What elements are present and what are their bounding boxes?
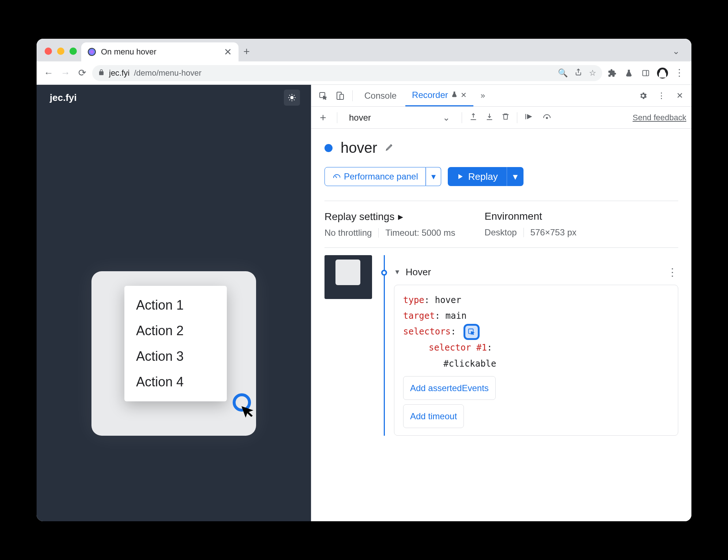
chrome-menu-button[interactable]: ⋮: [672, 66, 686, 80]
element-picker-button[interactable]: [464, 324, 480, 340]
avatar-icon: [657, 68, 668, 79]
devtools-menu-icon[interactable]: ⋮: [654, 88, 669, 103]
titlebar: On menu hover ✕ + ⌄: [37, 39, 691, 61]
recorder-body: hover Performance panel ▾: [311, 129, 691, 521]
close-devtools-icon[interactable]: ✕: [672, 88, 687, 103]
step-icon[interactable]: [525, 113, 534, 123]
close-tab-icon[interactable]: ✕: [461, 91, 467, 99]
tab-overflow-button[interactable]: ⌄: [672, 46, 687, 61]
performance-panel-dropdown[interactable]: ▾: [426, 167, 441, 186]
replay-button[interactable]: Replay: [448, 167, 507, 186]
beaker-icon: [451, 91, 458, 99]
settings-icon[interactable]: [636, 88, 650, 103]
export-icon[interactable]: [469, 113, 477, 123]
content: jec.fyi Hover over me! Action 1 Action 2…: [37, 85, 691, 521]
side-panel-icon[interactable]: [639, 66, 653, 80]
svg-marker-15: [528, 114, 532, 118]
selectors-key: selectors: [403, 326, 451, 337]
menu-item-3[interactable]: Action 3: [124, 344, 227, 369]
window-controls: [41, 48, 81, 61]
page-header: jec.fyi: [37, 85, 311, 110]
inspect-element-icon[interactable]: [316, 88, 330, 103]
performance-panel-label: Performance panel: [344, 171, 418, 182]
zoom-icon[interactable]: 🔍: [558, 68, 568, 78]
step-menu-button[interactable]: ⋮: [667, 266, 678, 278]
devtools-panel: Console Recorder ✕ » ⋮ ✕: [311, 85, 691, 521]
step-name: Hover: [406, 266, 431, 278]
page-viewport: jec.fyi Hover over me! Action 1 Action 2…: [37, 85, 311, 521]
target-value: main: [446, 311, 467, 321]
site-logo: jec.fyi: [50, 92, 77, 103]
new-tab-button[interactable]: +: [239, 45, 255, 61]
recording-title-row: hover: [324, 140, 678, 156]
extensions-icon[interactable]: [605, 66, 619, 80]
back-button[interactable]: ←: [42, 66, 56, 80]
tab-title: On menu hover: [101, 47, 157, 57]
svg-line-5: [289, 95, 290, 96]
step-header[interactable]: ▼ Hover ⋮: [394, 255, 678, 285]
labs-icon[interactable]: [622, 66, 636, 80]
replay-settings: Replay settings ▸ No throttling Timeout:…: [324, 211, 455, 238]
toolbar: ← → ⟳ jec.fyi/demo/menu-hover 🔍 ☆: [37, 61, 691, 85]
address-bar[interactable]: jec.fyi/demo/menu-hover 🔍 ☆: [92, 65, 602, 81]
throttling-value: No throttling: [324, 228, 372, 238]
send-feedback-link[interactable]: Send feedback: [633, 113, 686, 122]
tab-console[interactable]: Console: [358, 85, 403, 106]
replay-label: Replay: [468, 171, 498, 182]
svg-point-16: [546, 117, 548, 118]
delete-icon[interactable]: [502, 113, 510, 123]
favicon-icon: [88, 48, 96, 56]
device-toolbar-icon[interactable]: [333, 88, 347, 103]
menu-item-1[interactable]: Action 1: [124, 292, 227, 318]
more-tabs-icon[interactable]: »: [476, 88, 490, 103]
svg-point-2: [290, 96, 293, 99]
close-window-button[interactable]: [45, 48, 52, 55]
menu-item-2[interactable]: Action 2: [124, 318, 227, 344]
timeline: ▼ Hover ⋮ type: hover target: main selec…: [379, 255, 678, 436]
add-timeout-button[interactable]: Add timeout: [403, 404, 464, 428]
maximize-window-button[interactable]: [70, 48, 77, 55]
svg-rect-13: [340, 94, 344, 99]
close-tab-button[interactable]: ✕: [224, 46, 232, 58]
slow-replay-icon[interactable]: [542, 113, 552, 123]
dropdown-menu: Action 1 Action 2 Action 3 Action 4: [124, 286, 227, 401]
add-asserted-events-button[interactable]: Add assertedEvents: [403, 376, 496, 400]
devtools-tabbar: Console Recorder ✕ » ⋮ ✕: [311, 85, 691, 107]
svg-line-10: [294, 95, 294, 96]
type-key: type: [403, 295, 424, 305]
recording-title: hover: [341, 140, 377, 156]
action-buttons: Performance panel ▾ Replay ▾: [324, 167, 678, 186]
environment-settings: Environment Desktop 576×753 px: [485, 211, 577, 238]
timeout-value: Timeout: 5000 ms: [385, 228, 455, 238]
steps-area: Hover over me! ▼ Hover ⋮ type: hover tar…: [324, 255, 678, 436]
new-recording-button[interactable]: +: [316, 111, 330, 124]
timeline-node: [381, 270, 387, 276]
reload-button[interactable]: ⟳: [75, 66, 89, 80]
lock-icon: [98, 68, 105, 78]
bookmark-icon[interactable]: ☆: [589, 68, 596, 78]
chevron-down-icon: ⌄: [443, 113, 450, 123]
replay-settings-header[interactable]: Replay settings ▸: [324, 211, 455, 223]
performance-panel-button[interactable]: Performance panel: [324, 167, 426, 186]
profile-button[interactable]: [656, 66, 669, 80]
forward-button[interactable]: →: [59, 66, 72, 80]
recorder-toolbar: + hover ⌄: [311, 107, 691, 129]
browser-window: On menu hover ✕ + ⌄ ← → ⟳ jec.fyi/demo/m…: [37, 39, 691, 521]
edit-title-icon[interactable]: [385, 142, 394, 154]
svg-marker-18: [458, 174, 463, 179]
tab-recorder[interactable]: Recorder ✕: [405, 85, 473, 106]
minimize-window-button[interactable]: [57, 48, 64, 55]
share-icon[interactable]: [574, 68, 582, 78]
replay-dropdown[interactable]: ▾: [507, 167, 524, 186]
url-path: /demo/menu-hover: [134, 68, 202, 78]
step-thumbnail[interactable]: Hover over me!: [324, 255, 372, 299]
browser-tab[interactable]: On menu hover ✕: [81, 42, 239, 61]
theme-toggle-button[interactable]: [284, 90, 300, 106]
svg-line-17: [335, 176, 337, 178]
thumb-text: Hover over me!: [339, 263, 357, 266]
url-host: jec.fyi: [109, 68, 130, 78]
menu-item-4[interactable]: Action 4: [124, 369, 227, 395]
recording-select[interactable]: hover ⌄: [345, 110, 454, 125]
import-icon[interactable]: [485, 113, 494, 123]
svg-line-6: [294, 99, 294, 100]
